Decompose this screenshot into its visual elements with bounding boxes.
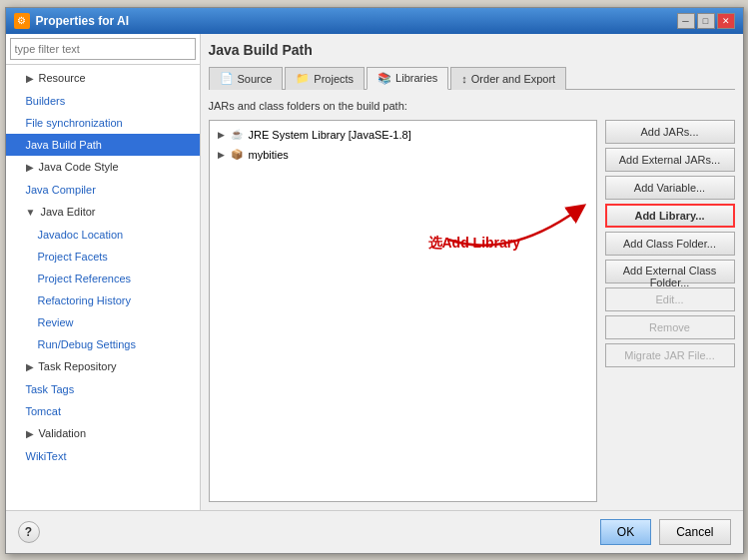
tree-item-review[interactable]: Review (6, 311, 200, 333)
add-external-jars-button[interactable]: Add External JARs... (605, 148, 735, 172)
projects-tab-label: Projects (314, 73, 354, 85)
title-bar: ⚙ Properties for AI ─ □ ✕ (6, 8, 743, 34)
dialog-body: ▶ Resource Builders File synchronization… (6, 34, 743, 510)
minimize-button[interactable]: ─ (677, 13, 695, 29)
tree-item-project-facets[interactable]: Project Facets (6, 246, 200, 268)
maximize-button[interactable]: □ (697, 13, 715, 29)
expand-icon-task-repo: ▶ (26, 361, 34, 372)
edit-button[interactable]: Edit... (605, 287, 735, 311)
expand-icon-code-style: ▶ (26, 162, 34, 173)
tab-source[interactable]: 📄 Source (209, 67, 284, 90)
source-tab-label: Source (238, 73, 273, 85)
tab-libraries[interactable]: 📚 Libraries (367, 67, 448, 90)
footer-buttons: OK Cancel (600, 519, 731, 545)
add-external-class-folder-button[interactable]: Add External Class Folder... (605, 260, 735, 283)
order-export-tab-label: Order and Export (471, 73, 555, 85)
properties-dialog: ⚙ Properties for AI ─ □ ✕ ▶ Resource Bui… (5, 7, 744, 554)
tree-item-tomcat[interactable]: Tomcat (6, 400, 200, 422)
jre-expand-icon: ▶ (218, 130, 225, 140)
jre-icon: ☕ (229, 127, 245, 143)
libraries-tab-icon: 📚 (377, 72, 391, 85)
expand-icon-validation: ▶ (26, 428, 34, 439)
expand-icon: ▶ (26, 73, 34, 84)
buttons-panel: Add JARs... Add External JARs... Add Var… (605, 120, 735, 502)
lib-item-jre[interactable]: ▶ ☕ JRE System Library [JavaSE-1.8] (214, 125, 592, 145)
dialog-title: Properties for AI (36, 14, 130, 28)
add-variable-button[interactable]: Add Variable... (605, 176, 735, 200)
libraries-tab-label: Libraries (395, 72, 437, 84)
lib-description: JARs and class folders on the build path… (209, 98, 735, 114)
tree-item-run-debug[interactable]: Run/Debug Settings (6, 333, 200, 355)
tree-item-resource[interactable]: ▶ Resource (6, 67, 200, 90)
tree: ▶ Resource Builders File synchronization… (6, 65, 200, 510)
add-class-folder-button[interactable]: Add Class Folder... (605, 232, 735, 256)
lib-item-mybities[interactable]: ▶ 📦 mybities (214, 145, 592, 165)
ok-button[interactable]: OK (600, 519, 651, 545)
tree-item-validation[interactable]: ▶ Validation (6, 422, 200, 445)
mybities-expand-icon: ▶ (218, 150, 225, 160)
footer-left: ? (18, 521, 40, 543)
tree-item-task-repo[interactable]: ▶ Task Repository (6, 355, 200, 378)
migrate-jar-button[interactable]: Migrate JAR File... (605, 343, 735, 367)
tree-item-file-sync[interactable]: File synchronization (6, 112, 200, 134)
projects-tab-icon: 📁 (296, 72, 310, 85)
remove-button[interactable]: Remove (605, 315, 735, 339)
panel-title: Java Build Path (209, 42, 735, 58)
filter-box (6, 34, 200, 65)
library-list: ▶ ☕ JRE System Library [JavaSE-1.8] ▶ 📦 … (209, 120, 597, 502)
tree-item-builders[interactable]: Builders (6, 90, 200, 112)
right-panel: Java Build Path 📄 Source 📁 Projects 📚 Li… (201, 34, 743, 510)
title-bar-left: ⚙ Properties for AI (14, 13, 130, 29)
dialog-footer: ? OK Cancel (6, 510, 743, 553)
tree-item-java-editor[interactable]: ▼ Java Editor (6, 201, 200, 224)
tabs-bar: 📄 Source 📁 Projects 📚 Libraries ↕ Order … (209, 66, 735, 90)
close-button[interactable]: ✕ (717, 13, 735, 29)
source-tab-icon: 📄 (220, 72, 234, 85)
tree-item-java-code-style[interactable]: ▶ Java Code Style (6, 156, 200, 179)
tree-item-wikitext[interactable]: WikiText (6, 445, 200, 467)
title-controls: ─ □ ✕ (677, 13, 735, 29)
tree-item-java-build-path[interactable]: Java Build Path (6, 134, 200, 156)
tab-projects[interactable]: 📁 Projects (285, 67, 365, 90)
dialog-icon: ⚙ (14, 13, 30, 29)
mybities-label: mybities (249, 149, 289, 161)
tree-item-javadoc[interactable]: Javadoc Location (6, 224, 200, 246)
order-export-tab-icon: ↕ (461, 73, 467, 85)
cancel-button[interactable]: Cancel (659, 519, 730, 545)
help-button[interactable]: ? (18, 521, 40, 543)
filter-input[interactable] (10, 38, 196, 60)
add-jars-button[interactable]: Add JARs... (605, 120, 735, 144)
jre-label: JRE System Library [JavaSE-1.8] (249, 129, 411, 141)
expand-icon-java-editor: ▼ (26, 207, 36, 218)
left-panel: ▶ Resource Builders File synchronization… (6, 34, 201, 510)
add-library-button[interactable]: Add Library... (605, 204, 735, 228)
tree-item-project-refs[interactable]: Project References (6, 268, 200, 289)
tree-item-task-tags[interactable]: Task Tags (6, 378, 200, 400)
jar-icon: 📦 (229, 147, 245, 163)
annotation-container: ▶ ☕ JRE System Library [JavaSE-1.8] ▶ 📦 … (209, 120, 735, 502)
tree-item-refactoring[interactable]: Refactoring History (6, 289, 200, 311)
tree-item-java-compiler[interactable]: Java Compiler (6, 179, 200, 201)
tab-order-export[interactable]: ↕ Order and Export (450, 67, 566, 90)
